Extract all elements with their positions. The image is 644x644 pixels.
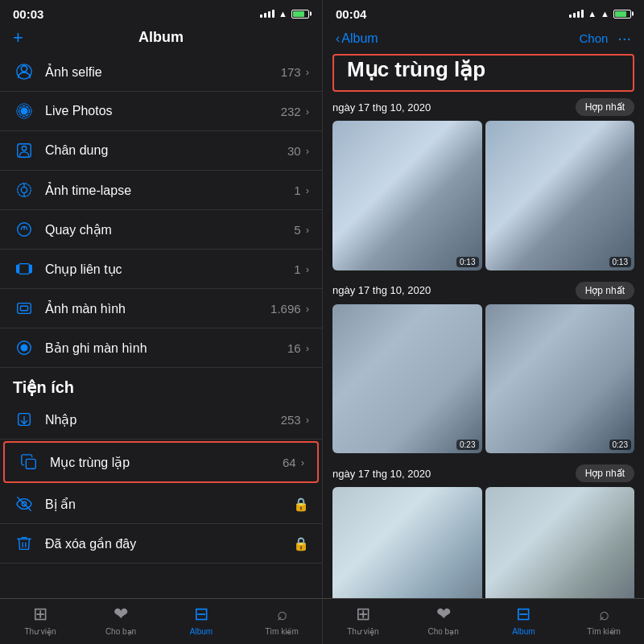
dup-group-1-header: ngày 17 thg 10, 2020 Hợp nhất: [332, 98, 634, 116]
library-icon: ⊞: [33, 604, 47, 625]
right-time: 00:04: [336, 7, 366, 21]
chevron-right-icon: ›: [306, 414, 309, 426]
album-item-nhap[interactable]: Nhập 253 ›: [0, 400, 322, 440]
chon-button[interactable]: Chon: [579, 31, 608, 45]
album-item-quay-cham[interactable]: Quay chậm 5 ›: [0, 210, 322, 250]
chevron-right-icon: ›: [306, 66, 309, 78]
page-title: Mục trùng lặp: [332, 54, 634, 92]
right-tab-cho-ban[interactable]: ❤ Cho bạn: [403, 604, 484, 636]
svg-rect-14: [17, 265, 19, 272]
tab-cho-ban[interactable]: ❤ Cho bạn: [80, 604, 161, 636]
dup-group-2-date: ngày 17 thg 10, 2020: [332, 284, 431, 296]
screen-record-icon: [13, 336, 35, 359]
dup-photo-2a[interactable]: 0:23: [332, 304, 482, 454]
hop-nhat-button-1[interactable]: Hợp nhất: [576, 98, 634, 116]
slow-motion-icon: [13, 218, 35, 241]
right-tab-thu-vien[interactable]: ⊞ Thư viện: [323, 604, 403, 636]
lock-icon: 🔒: [293, 536, 309, 551]
trash-icon: [13, 532, 35, 555]
dup-group-3-photos: 1,7 MB 1,7 MB: [332, 487, 634, 598]
chevron-right-icon: ›: [306, 105, 309, 118]
tab-album[interactable]: ⊟ Album: [161, 604, 242, 636]
anh-selfie-count: 173: [281, 65, 301, 79]
dup-group-1-date: ngày 17 thg 10, 2020: [332, 101, 431, 114]
quay-cham-label: Quay chậm: [45, 222, 294, 237]
album-item-chup-lien-tuc[interactable]: Chụp liên tục 1 ›: [0, 250, 322, 289]
album-list: Ảnh selfie 173 › Live Photos 232 › Chân …: [0, 52, 322, 598]
library-icon: ⊞: [356, 604, 370, 625]
muc-trung-lap-count: 64: [283, 456, 296, 469]
battery-icon: [613, 10, 631, 19]
right-status-icons: ▲ ▲: [569, 9, 631, 19]
for-you-icon: ❤: [114, 604, 128, 625]
album-item-muc-trung-lap[interactable]: Mục trùng lặp 64 ›: [3, 441, 319, 483]
album-item-live-photos[interactable]: Live Photos 232 ›: [0, 92, 322, 131]
right-tab-album[interactable]: ⊟ Album: [484, 604, 564, 636]
time-lapse-count: 1: [294, 184, 300, 197]
for-you-icon: ❤: [436, 604, 451, 625]
add-album-button[interactable]: +: [13, 27, 23, 48]
right-tab-tim-kiem[interactable]: ⌕ Tìm kiếm: [564, 604, 644, 636]
chan-dung-count: 30: [287, 144, 301, 158]
dup-photo-3a[interactable]: 1,7 MB: [332, 487, 482, 598]
more-button[interactable]: ···: [617, 29, 631, 47]
right-tab-cho-ban-label: Cho bạn: [428, 627, 459, 636]
dup-group-1-photos: 0:13 0:13: [332, 121, 634, 270]
album-item-bi-an[interactable]: Bị ẩn 🔒: [0, 485, 322, 524]
svg-point-2: [21, 108, 27, 114]
svg-point-6: [22, 147, 27, 151]
album-icon: ⊟: [194, 604, 208, 625]
tab-thu-vien[interactable]: ⊞ Thư viện: [0, 604, 80, 636]
nhap-count: 253: [281, 413, 301, 427]
dup-photo-2b[interactable]: 0:23: [485, 304, 635, 454]
tab-album-label: Album: [190, 627, 213, 636]
album-item-chan-dung[interactable]: Chân dung 30 ›: [0, 131, 322, 171]
chevron-right-icon: ›: [306, 224, 309, 236]
ban-ghi-label: Bản ghi màn hình: [45, 341, 287, 356]
time-lapse-label: Ảnh time-lapse: [45, 183, 294, 198]
dup-photo-1b[interactable]: 0:13: [485, 121, 635, 270]
right-tab-thu-vien-label: Thư viện: [347, 627, 378, 636]
hop-nhat-button-2[interactable]: Hợp nhất: [576, 282, 634, 299]
burst-icon: [13, 258, 35, 280]
album-item-anh-selfie[interactable]: Ảnh selfie 173 ›: [0, 52, 322, 92]
tab-tim-kiem[interactable]: ⌕ Tìm kiếm: [242, 604, 322, 636]
dup-group-1: ngày 17 thg 10, 2020 Hợp nhất 0:13 0:13: [332, 98, 634, 270]
photo-badge-1b: 0:13: [609, 257, 631, 267]
album-item-time-lapse[interactable]: Ảnh time-lapse 1 ›: [0, 171, 322, 210]
photo-badge-2a: 0:23: [456, 440, 478, 450]
left-panel: 00:03 ▲ + Album Ảnh selfie 173: [0, 0, 322, 644]
anh-selfie-label: Ảnh selfie: [45, 64, 281, 80]
chevron-left-icon: ‹: [336, 31, 340, 46]
hidden-icon: [13, 493, 35, 515]
back-label: Album: [341, 31, 378, 46]
right-header-actions: Chon ···: [579, 29, 631, 47]
duplicate-icon: [18, 451, 40, 473]
dup-group-2: ngày 17 thg 10, 2020 Hợp nhất 0:23 0:23: [332, 282, 634, 454]
hop-nhat-button-3[interactable]: Hợp nhất: [576, 464, 634, 482]
anh-man-hinh-count: 1.696: [270, 302, 301, 316]
dup-group-3-header: ngày 17 thg 10, 2020 Hợp nhất: [332, 464, 634, 482]
bi-an-label: Bị ẩn: [45, 497, 293, 512]
person-circle-icon: [13, 60, 35, 83]
left-status-bar: 00:03 ▲: [0, 0, 322, 26]
album-item-ban-ghi[interactable]: Bản ghi màn hình 16 ›: [0, 328, 322, 368]
right-tab-album-label: Album: [512, 627, 535, 636]
chevron-right-icon: ›: [306, 263, 309, 275]
chup-lien-tuc-label: Chụp liên tục: [45, 262, 294, 277]
svg-point-8: [21, 187, 27, 192]
dup-group-2-header: ngày 17 thg 10, 2020 Hợp nhất: [332, 282, 634, 299]
album-item-anh-man-hinh[interactable]: Ảnh màn hình 1.696 ›: [0, 289, 322, 328]
dup-group-2-photos: 0:23 0:23: [332, 304, 634, 454]
live-photos-label: Live Photos: [45, 104, 281, 118]
dup-photo-1a[interactable]: 0:13: [332, 121, 482, 270]
chevron-right-icon: ›: [306, 145, 309, 157]
tab-tim-kiem-label: Tìm kiếm: [265, 627, 299, 636]
album-item-da-xoa[interactable]: Đã xóa gần đây 🔒: [0, 524, 322, 564]
svg-rect-16: [18, 303, 31, 314]
quay-cham-count: 5: [294, 223, 300, 237]
back-button[interactable]: ‹ Album: [336, 31, 380, 46]
battery-icon: [291, 10, 309, 19]
dup-photo-3b[interactable]: 1,7 MB: [485, 487, 635, 598]
duplicate-scroll[interactable]: ngày 17 thg 10, 2020 Hợp nhất 0:13 0:13 …: [323, 98, 644, 598]
